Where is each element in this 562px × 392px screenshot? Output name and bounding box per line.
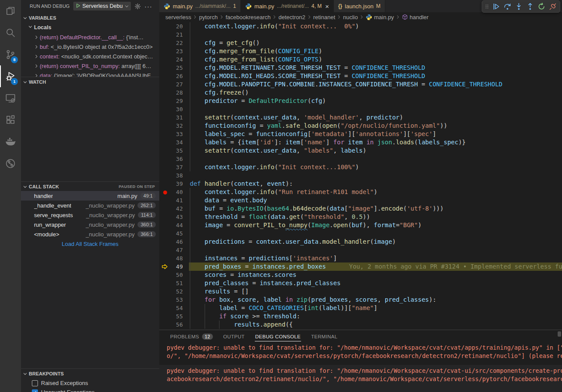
line-number[interactable]: 34: [159, 138, 183, 147]
variable-row[interactable]: (return) DefaultPredictor.__call__: {'in…: [21, 32, 159, 42]
code-line-22[interactable]: 22 cfg = get_cfg(): [159, 39, 562, 47]
code-line-55[interactable]: 55 if score >= threshold:: [159, 312, 562, 320]
watch-section-header[interactable]: WATCH: [21, 77, 159, 87]
line-number[interactable]: 32: [159, 122, 183, 130]
code-line-54[interactable]: 54 label = COCO_CATEGORIES[int(label)]["…: [159, 304, 562, 312]
code-line-27[interactable]: 27 cfg.MODEL.PANOPTIC_FPN.COMBINE.INSTAN…: [159, 80, 562, 89]
line-number[interactable]: 46: [159, 238, 183, 246]
code-line-26[interactable]: 26 cfg.MODEL.ROI_HEADS.SCORE_THRESH_TEST…: [159, 72, 562, 80]
activity-bar-item-docker[interactable]: [0, 131, 21, 153]
line-number[interactable]: 48: [159, 254, 183, 262]
line-number[interactable]: 47: [159, 246, 183, 254]
panel-tab-debug-console[interactable]: DEBUG CONSOLE: [250, 330, 306, 343]
step-into-button[interactable]: [514, 1, 524, 12]
code-line-36[interactable]: 36: [159, 155, 562, 163]
code-line-40[interactable]: 40 context.logger.info("Run retinanet-R1…: [159, 188, 562, 196]
code-editor[interactable]: 20 context.logger.info("Init context... …: [159, 22, 562, 330]
activity-bar-item-search[interactable]: [0, 22, 21, 44]
line-number[interactable]: 26: [159, 72, 183, 80]
breakpoints-section-header[interactable]: BREAKPOINTS: [21, 368, 159, 378]
activity-bar-item-git-graph[interactable]: [0, 153, 21, 174]
line-number[interactable]: 37: [159, 163, 183, 171]
line-number[interactable]: 39: [159, 180, 183, 188]
call-stack-section-header[interactable]: CALL STACK PAUSED ON STEP: [21, 181, 159, 191]
code-line-23[interactable]: 23 cfg.merge_from_file(CONFIG_FILE): [159, 47, 562, 55]
activity-bar-item-remote-explorer[interactable]: [0, 87, 21, 109]
line-number[interactable]: 29: [159, 97, 183, 105]
call-stack-frame[interactable]: <module>_nuclio_wrapper.py366:1: [21, 229, 159, 239]
load-all-stack-frames-link[interactable]: Load All Stack Frames: [21, 239, 159, 249]
line-number[interactable]: 44: [159, 221, 183, 229]
checkbox-unchecked-icon[interactable]: [32, 380, 38, 386]
breadcrumb-item-pytorch[interactable]: pytorch: [199, 14, 218, 20]
code-line-56[interactable]: 56 results.append({: [159, 320, 562, 329]
code-line-32[interactable]: 32 functionconfig = yaml.safe_load(open(…: [159, 122, 562, 130]
line-number[interactable]: 54: [159, 304, 183, 312]
code-line-41[interactable]: 41 data = event.body: [159, 196, 562, 205]
code-line-46[interactable]: 46 predictions = context.user_data.model…: [159, 238, 562, 246]
editor-tab-main-py[interactable]: main.py.../retinanet/...4, M×: [241, 0, 334, 12]
step-out-button[interactable]: [525, 1, 535, 12]
line-number[interactable]: 55: [159, 312, 183, 320]
line-number[interactable]: 53: [159, 296, 183, 304]
line-number[interactable]: 24: [159, 55, 183, 64]
start-debugging-icon[interactable]: [75, 3, 81, 10]
activity-bar-item-explorer[interactable]: [0, 0, 21, 22]
line-number[interactable]: 22: [159, 39, 183, 47]
line-number[interactable]: 23: [159, 47, 183, 55]
line-number[interactable]: 35: [159, 147, 183, 155]
panel-tab-output[interactable]: OUTPUT: [218, 330, 250, 343]
locals-scope-row[interactable]: Locals: [21, 23, 159, 32]
drag-handle[interactable]: [484, 1, 490, 12]
line-number[interactable]: 50: [159, 271, 183, 279]
code-line-44[interactable]: 44 image = convert_PIL_to_numpy(Image.op…: [159, 221, 562, 229]
panel-tab-problems[interactable]: PROBLEMS12: [165, 330, 218, 343]
line-number[interactable]: 20: [159, 22, 183, 31]
editor-tab-launch-json[interactable]: {}launch.jsonM: [334, 0, 385, 12]
code-line-43[interactable]: 43 threshold = float(data.get("threshold…: [159, 213, 562, 221]
code-line-50[interactable]: 50 scores = instances.scores: [159, 271, 562, 279]
breadcrumb-item-facebookresearch[interactable]: facebookresearch: [226, 14, 271, 20]
restart-button[interactable]: [536, 1, 547, 12]
line-number[interactable]: 36: [159, 155, 183, 163]
line-number[interactable]: 56: [159, 320, 183, 329]
code-line-38[interactable]: 38: [159, 171, 562, 180]
variables-section-header[interactable]: VARIABLES: [21, 13, 159, 23]
code-line-28[interactable]: 28 cfg.freeze(): [159, 89, 562, 97]
line-number[interactable]: 25: [159, 64, 183, 72]
breadcrumb-item-serverless[interactable]: serverless: [165, 14, 191, 20]
gear-icon[interactable]: [134, 3, 141, 10]
line-number[interactable]: 33: [159, 130, 183, 138]
activity-bar-item-run-and-debug[interactable]: 1: [0, 65, 21, 87]
line-number[interactable]: 21: [159, 31, 183, 39]
code-line-52[interactable]: 52 results = []: [159, 287, 562, 296]
call-stack-frame[interactable]: handlermain.py49:1: [21, 191, 159, 201]
code-line-24[interactable]: 24 cfg.merge_from_list(CONFIG_OPTS): [159, 55, 562, 64]
breadcrumb-item-nuclio[interactable]: nuclio: [343, 14, 358, 20]
panel-scrollbar-thumb[interactable]: [558, 331, 561, 337]
call-stack-frame[interactable]: _handle_event_nuclio_wrapper.py262:1: [21, 201, 159, 210]
code-line-39[interactable]: 39def handler(context, event):: [159, 180, 562, 188]
line-number[interactable]: 28: [159, 89, 183, 97]
activity-bar-item-source-control[interactable]: 8: [0, 44, 21, 65]
line-number[interactable]: 40: [159, 188, 183, 196]
code-line-20[interactable]: 20 context.logger.info("Init context... …: [159, 22, 562, 31]
breakpoint-row[interactable]: ✓Uncaught Exceptions: [21, 388, 159, 392]
activity-bar-item-extensions[interactable]: [0, 109, 21, 131]
code-line-47[interactable]: 47: [159, 246, 562, 254]
variable-row[interactable]: buf: <_io.BytesIO object at 0x7f5a2dc1ec…: [21, 42, 159, 51]
breadcrumb-item-handler[interactable]: handler: [402, 14, 428, 20]
console-entry[interactable]: pydev debugger: unable to find translati…: [159, 365, 562, 392]
line-number[interactable]: 51: [159, 279, 183, 287]
line-number[interactable]: 43: [159, 213, 183, 221]
call-stack-frame[interactable]: serve_requests_nuclio_wrapper.py114:1: [21, 210, 159, 220]
console-entry[interactable]: pydev debugger: unable to find translati…: [159, 343, 562, 361]
code-line-42[interactable]: 42 buf = io.BytesIO(base64.b64decode(dat…: [159, 205, 562, 213]
code-line-30[interactable]: 30: [159, 105, 562, 113]
code-line-37[interactable]: 37 context.logger.info("Init context...1…: [159, 163, 562, 171]
more-actions-icon[interactable]: ···: [144, 3, 152, 10]
line-number[interactable]: 45: [159, 229, 183, 238]
breakpoint-row[interactable]: Raised Exceptions: [21, 378, 159, 388]
breadcrumb-item-retinanet[interactable]: retinanet: [313, 14, 336, 20]
breadcrumb-item-main-py[interactable]: main.py: [366, 14, 394, 20]
